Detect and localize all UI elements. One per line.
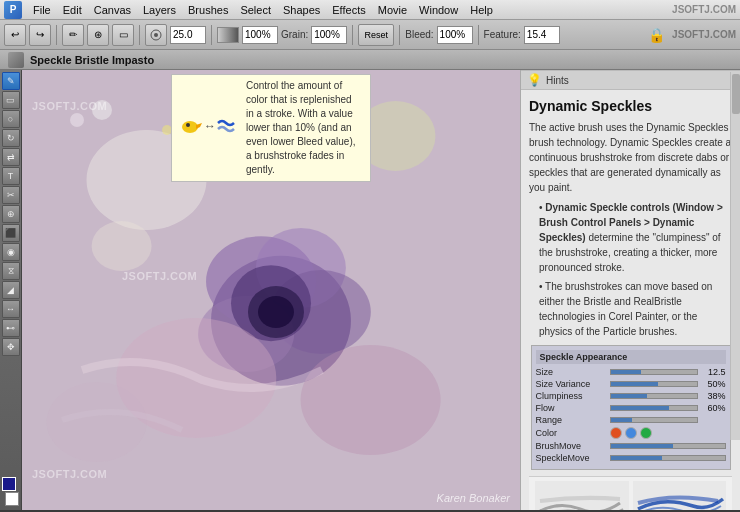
tooltip-icons: ↔ [180, 113, 240, 143]
tool-mirror[interactable]: ⇄ [2, 148, 20, 166]
tool-scissors[interactable]: ✂ [2, 186, 20, 204]
tooltip-icon-svg: ↔ [180, 113, 240, 141]
settings-panel: Speckle Appearance Size 12.5 Size Varian… [531, 345, 731, 470]
undo-button[interactable]: ↩ [4, 24, 26, 46]
menu-select[interactable]: Select [235, 3, 276, 17]
hints-label: Hints [546, 75, 569, 86]
tool-magnify[interactable]: ⊷ [2, 319, 20, 337]
tool-rotate[interactable]: ↻ [2, 129, 20, 147]
menu-effects[interactable]: Effects [327, 3, 370, 17]
rect-tool-btn[interactable]: ▭ [112, 24, 134, 46]
flow-slider[interactable] [610, 405, 698, 411]
tool-lasso[interactable]: ⊕ [2, 205, 20, 223]
tool-text[interactable]: T [2, 167, 20, 185]
spray-tool-btn[interactable]: ⊛ [87, 24, 109, 46]
menu-edit[interactable]: Edit [58, 3, 87, 17]
settings-row-speckle-move: SpeckleMove [536, 453, 726, 463]
menu-movie[interactable]: Movie [373, 3, 412, 17]
grain-input[interactable] [311, 26, 347, 44]
separator-3 [211, 25, 212, 45]
tool-eraser[interactable]: ◢ [2, 281, 20, 299]
background-color[interactable] [5, 492, 19, 506]
settings-row-range: Range [536, 415, 726, 425]
help-bullet-1: • Dynamic Speckle controls (Window > Bru… [539, 200, 732, 275]
main-area: ✎ ▭ ○ ↻ ⇄ T ✂ ⊕ ⬛ ◉ ⧖ ◢ ↔ ⊷ ✥ [0, 70, 740, 510]
right-panel-scrollbar[interactable] [730, 72, 740, 440]
right-panel: 💡 Hints Dynamic Speckles The active brus… [520, 70, 740, 510]
color-selector[interactable] [0, 475, 21, 508]
settings-row-flow: Flow 60% [536, 403, 726, 413]
menu-layers[interactable]: Layers [138, 3, 181, 17]
particle-strokes-svg [633, 481, 727, 510]
size-input[interactable] [170, 26, 206, 44]
redo-button[interactable]: ↪ [29, 24, 51, 46]
jsoftj-watermark-menu: JSOFTJ.COM [672, 4, 736, 15]
hints-bar: 💡 Hints [521, 70, 740, 90]
app-icon: P [4, 1, 22, 19]
settings-row-variance: Size Variance 50% [536, 379, 726, 389]
speckle-move-slider[interactable] [610, 455, 726, 461]
opacity-input[interactable] [242, 26, 278, 44]
menubar: P File Edit Canvas Layers Brushes Select… [0, 0, 740, 20]
settings-row-color: Color [536, 427, 726, 439]
svg-point-23 [186, 123, 190, 127]
help-content: Dynamic Speckles The active brush uses t… [521, 90, 740, 510]
tool-move[interactable]: ✥ [2, 338, 20, 356]
menu-brushes[interactable]: Brushes [183, 3, 233, 17]
bleed-input[interactable] [437, 26, 473, 44]
separator-5 [399, 25, 400, 45]
help-title: Dynamic Speckles [529, 98, 732, 114]
tool-crop[interactable]: ⬛ [2, 224, 20, 242]
svg-point-15 [301, 345, 441, 455]
svg-point-10 [258, 296, 294, 328]
color-swatch-blue[interactable] [625, 427, 637, 439]
separator-2 [139, 25, 140, 45]
separator-4 [352, 25, 353, 45]
color-swatches [610, 427, 652, 439]
menu-canvas[interactable]: Canvas [89, 3, 136, 17]
svg-point-22 [182, 121, 198, 133]
menu-file[interactable]: File [28, 3, 56, 17]
lock-icon: 🔒 [648, 27, 665, 43]
settings-panel-title: Speckle Appearance [536, 350, 726, 364]
tooltip-text: Control the amount of color that is repl… [246, 79, 362, 177]
toolbox: ✎ ▭ ○ ↻ ⇄ T ✂ ⊕ ⬛ ◉ ⧖ ◢ ↔ ⊷ ✥ [0, 70, 22, 510]
reset-button[interactable]: Reset [358, 24, 394, 46]
foreground-color[interactable] [2, 477, 16, 491]
pencil-tool-btn[interactable]: ✏ [62, 24, 84, 46]
scrollbar-thumb[interactable] [732, 74, 740, 114]
menu-window[interactable]: Window [414, 3, 463, 17]
svg-text:↔: ↔ [204, 119, 216, 133]
separator-1 [56, 25, 57, 45]
settings-row-clump: Clumpiness 38% [536, 391, 726, 401]
toolbar: ↩ ↪ ✏ ⊛ ▭ Grain: Reset Bleed: Feature: 🔒… [0, 20, 740, 50]
settings-row-brush-move: BrushMove [536, 441, 726, 451]
tool-ellipse[interactable]: ○ [2, 110, 20, 128]
color-swatch-red[interactable] [610, 427, 622, 439]
jsoftj-watermark-toolbar: JSOFTJ.COM [672, 29, 736, 40]
feature-label: Feature: [484, 29, 521, 40]
tool-clone[interactable]: ⧖ [2, 262, 20, 280]
menu-shapes[interactable]: Shapes [278, 3, 325, 17]
range-slider[interactable] [610, 417, 698, 423]
brush-size-control[interactable] [145, 24, 167, 46]
variance-slider[interactable] [610, 381, 698, 387]
brush-icon [8, 52, 24, 68]
color-swatch-green[interactable] [640, 427, 652, 439]
tool-brush[interactable]: ✎ [2, 72, 20, 90]
light-bulb-icon: 💡 [527, 73, 542, 87]
tool-rect[interactable]: ▭ [2, 91, 20, 109]
brushbar: Speckle Bristle Impasto [0, 50, 740, 70]
menu-help[interactable]: Help [465, 3, 498, 17]
clump-slider[interactable] [610, 393, 698, 399]
help-body: The active brush uses the Dynamic Speckl… [529, 120, 732, 339]
svg-point-16 [47, 382, 147, 462]
size-slider[interactable] [610, 369, 698, 375]
tool-eyedrop[interactable]: ◉ [2, 243, 20, 261]
tool-blend[interactable]: ↔ [2, 300, 20, 318]
brush-move-slider[interactable] [610, 443, 726, 449]
canvas-area[interactable]: JSOFTJ.COM JSOFTJ.COM JSOFTJ.COM Karen B… [22, 70, 520, 510]
bullet2-text: The brushstrokes can move based on eithe… [539, 281, 712, 337]
feature-input[interactable] [524, 26, 560, 44]
bristle-strokes-svg [535, 481, 629, 510]
